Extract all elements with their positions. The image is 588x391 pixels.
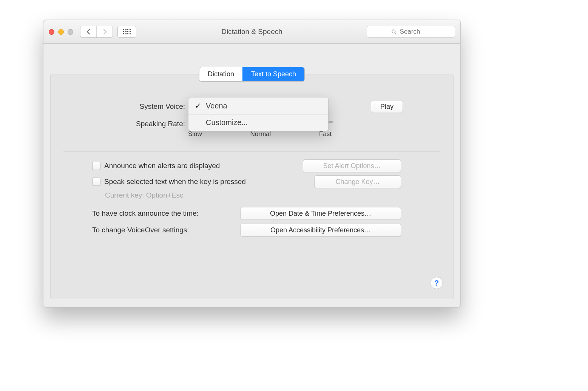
speaking-rate-label: Speaking Rate: <box>51 120 188 128</box>
content-panel: Dictation Text to Speech System Voice: P… <box>50 74 454 299</box>
system-voice-menu: ✓ Veena Customize... <box>188 97 329 131</box>
minimize-window-button[interactable] <box>58 29 64 35</box>
tick-normal: Normal <box>250 130 271 138</box>
clock-announce-label: To have clock announce the time: <box>92 209 199 218</box>
chevron-right-icon <box>103 29 107 35</box>
announce-alerts-label: Announce when alerts are displayed <box>104 162 220 170</box>
open-date-time-button[interactable]: Open Date & Time Preferences… <box>240 207 401 220</box>
system-voice-label: System Voice: <box>51 102 188 111</box>
voice-option-customize[interactable]: Customize... <box>188 114 328 131</box>
nav-back-forward <box>80 26 113 38</box>
tts-content: System Voice: Play Speaking Rate: Slow N… <box>51 74 453 299</box>
tick-slow: Slow <box>188 130 202 138</box>
forward-button <box>96 26 113 37</box>
customize-label: Customize... <box>206 118 248 127</box>
zoom-window-button <box>68 29 73 35</box>
rate-tick-labels: Slow Normal Fast <box>188 130 332 138</box>
voice-option-veena[interactable]: ✓ Veena <box>188 97 328 114</box>
show-all-button[interactable] <box>117 26 136 38</box>
preferences-window: Dictation & Speech Dictation Text to Spe… <box>43 20 461 308</box>
search-input[interactable] <box>399 28 431 36</box>
speak-selected-checkbox[interactable] <box>92 178 100 186</box>
announce-alerts-checkbox[interactable] <box>92 162 100 170</box>
play-button[interactable]: Play <box>371 100 403 113</box>
window-controls <box>49 29 73 35</box>
tick-fast: Fast <box>319 130 332 138</box>
titlebar: Dictation & Speech <box>43 20 460 44</box>
checkmark-icon: ✓ <box>194 101 201 110</box>
grid-icon <box>123 29 131 34</box>
speak-selected-label: Speak selected text when the key is pres… <box>104 178 246 186</box>
voiceover-settings-label: To change VoiceOver settings: <box>92 226 189 234</box>
open-accessibility-button[interactable]: Open Accessibility Preferences… <box>240 224 401 236</box>
window-body: Dictation Text to Speech System Voice: P… <box>43 44 460 308</box>
change-key-button: Change Key… <box>314 175 401 188</box>
voice-option-label: Veena <box>206 102 227 110</box>
current-key-label: Current key: Option+Esc <box>105 191 453 199</box>
chevron-left-icon <box>86 29 91 35</box>
back-button[interactable] <box>80 26 96 37</box>
close-window-button[interactable] <box>49 29 54 35</box>
svg-line-1 <box>395 32 396 34</box>
search-icon <box>391 29 397 35</box>
help-button[interactable]: ? <box>431 277 443 289</box>
search-field[interactable] <box>367 26 455 38</box>
set-alert-options-button: Set Alert Options… <box>303 159 401 172</box>
section-divider <box>63 151 440 152</box>
